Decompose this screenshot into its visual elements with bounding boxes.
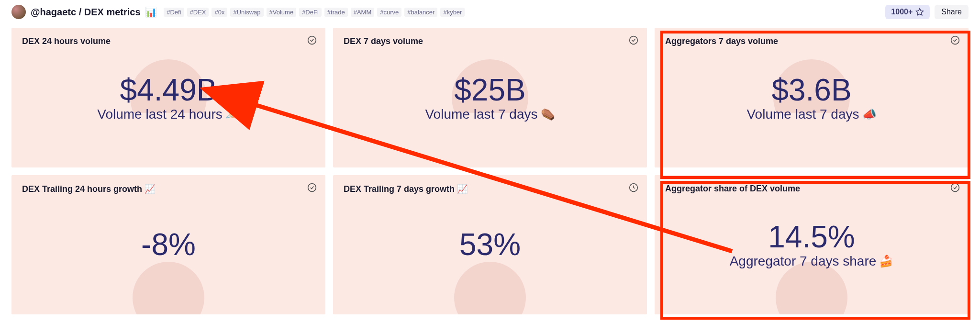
metric-sublabel: Volume last 24 hours 🪐: [97, 107, 240, 122]
star-icon: [915, 8, 924, 16]
card-dex-24h-growth[interactable]: DEX Trailing 24 hours growth 📈 -8%: [11, 175, 325, 315]
tag[interactable]: #DeFi: [299, 8, 322, 17]
metric-value: $25B: [454, 73, 525, 107]
avatar[interactable]: [11, 5, 26, 19]
card-aggregator-share[interactable]: Aggregator share of DEX volume 14.5% Agg…: [655, 175, 969, 315]
card-dex-24h-volume[interactable]: DEX 24 hours volume $4.49B Volume last 2…: [11, 28, 325, 167]
tag[interactable]: #AMM: [351, 8, 375, 17]
metric-sublabel: Volume last 7 days 📣: [746, 107, 876, 122]
tag-list: #Defi #DEX #0x #Uniswap #Volume #DeFi #t…: [164, 8, 465, 17]
card-dex-7d-growth[interactable]: DEX Trailing 7 days growth 📈 53%: [333, 175, 647, 315]
metric-sublabel: Aggregator 7 days share 🍰: [730, 254, 894, 269]
card-body: 53%: [333, 175, 647, 315]
tag[interactable]: #Defi: [164, 8, 184, 17]
header: @hagaetc / DEX metrics 📊 #Defi #DEX #0x …: [0, 0, 980, 24]
tag[interactable]: #trade: [324, 8, 348, 17]
tag[interactable]: #curve: [377, 8, 401, 17]
tag[interactable]: #0x: [212, 8, 227, 17]
cake-icon: 🍰: [879, 255, 893, 268]
svg-marker-0: [916, 9, 924, 15]
card-body: -8%: [11, 175, 325, 315]
card-body: $4.49B Volume last 24 hours 🪐: [11, 28, 325, 167]
dashboard-grid: DEX 24 hours volume $4.49B Volume last 2…: [0, 24, 980, 322]
tag[interactable]: #DEX: [187, 8, 209, 17]
star-count: 1000+: [891, 8, 913, 16]
tag[interactable]: #Volume: [267, 8, 297, 17]
tag[interactable]: #Uniswap: [230, 8, 263, 17]
metric-sublabel: Volume last 7 days ⚰️: [425, 107, 555, 122]
metric-value: -8%: [141, 228, 196, 261]
tag[interactable]: #balancer: [404, 8, 437, 17]
coffin-icon: ⚰️: [541, 108, 555, 121]
breadcrumb-text: @hagaetc / DEX metrics: [31, 7, 141, 17]
chart-bar-icon: 📊: [145, 6, 157, 18]
card-body: 14.5% Aggregator 7 days share 🍰: [655, 175, 969, 315]
metric-value: $4.49B: [120, 73, 217, 107]
star-button[interactable]: 1000+: [885, 5, 930, 19]
card-dex-7d-volume[interactable]: DEX 7 days volume $25B Volume last 7 day…: [333, 28, 647, 167]
megaphone-icon: 📣: [862, 108, 877, 121]
card-body: $3.6B Volume last 7 days 📣: [655, 28, 969, 167]
card-aggregators-7d-volume[interactable]: Aggregators 7 days volume $3.6B Volume l…: [655, 28, 969, 167]
breadcrumb[interactable]: @hagaetc / DEX metrics 📊: [31, 6, 157, 18]
card-body: $25B Volume last 7 days ⚰️: [333, 28, 647, 167]
metric-value: 53%: [459, 228, 521, 261]
share-button[interactable]: Share: [935, 5, 969, 19]
share-label: Share: [941, 8, 962, 16]
header-actions: 1000+ Share: [885, 5, 969, 19]
planet-icon: 🪐: [225, 108, 240, 121]
metric-value: $3.6B: [771, 73, 851, 107]
tag[interactable]: #kyber: [440, 8, 465, 17]
metric-value: 14.5%: [768, 220, 855, 254]
